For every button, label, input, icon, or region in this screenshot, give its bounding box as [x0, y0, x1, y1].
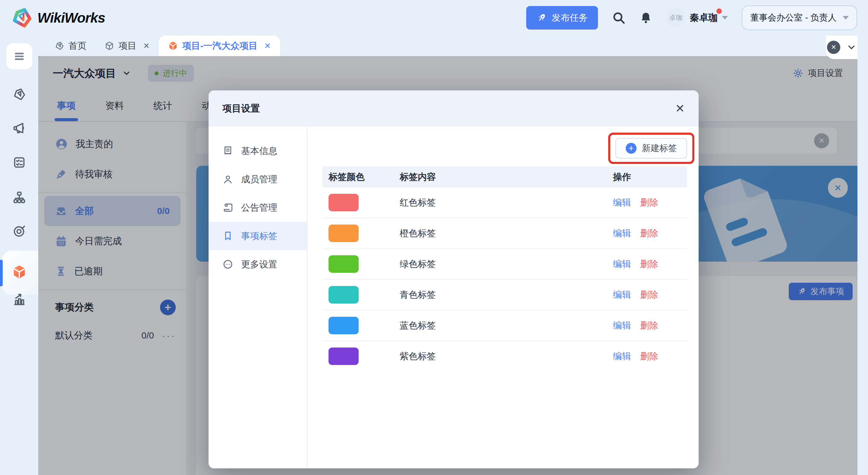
statistics-chart-icon[interactable] — [0, 293, 38, 307]
org-selector-label: 董事会办公室 - 负责人 — [750, 12, 837, 24]
tags-table: 标签颜色 标签内容 操作 红色标签 编辑删除 橙色标签 编辑删除 绿色标签 — [322, 166, 687, 371]
delete-link[interactable]: 删除 — [640, 289, 658, 301]
publish-task-button[interactable]: 发布任务 — [526, 6, 598, 30]
sidebar-item-label: 已逾期 — [74, 265, 102, 278]
delete-link[interactable]: 删除 — [640, 196, 658, 209]
close-all-tabs-icon[interactable]: ✕ — [827, 41, 840, 54]
sidebar-item-label: 今日需完成 — [75, 235, 122, 248]
modal-nav-label: 公告管理 — [241, 202, 277, 214]
member-icon — [222, 174, 233, 185]
tag-name: 绿色标签 — [400, 258, 613, 271]
delete-link[interactable]: 删除 — [640, 350, 658, 362]
modal-nav-members[interactable]: 成员管理 — [209, 165, 307, 193]
sitemap-icon[interactable] — [0, 190, 38, 204]
notification-dot — [716, 8, 722, 14]
subtab-files[interactable]: 资料 — [105, 90, 124, 121]
top-bar: WikiWorks 发布任务 — [0, 0, 868, 36]
edit-link[interactable]: 编辑 — [613, 350, 631, 362]
chevron-down-icon — [843, 16, 849, 20]
toolbar-close-icon[interactable]: ✕ — [814, 133, 829, 148]
publish-item-button[interactable]: 发布事项 — [789, 283, 852, 300]
column-header-color: 标签颜色 — [329, 171, 400, 183]
project-settings-button[interactable]: 项目设置 — [793, 67, 843, 79]
item-category-section: 事项分类 + — [38, 293, 187, 322]
sidebar-item-overdue[interactable]: 已逾期 — [38, 256, 187, 286]
calendar-icon — [55, 235, 67, 247]
checklist-icon[interactable] — [0, 156, 38, 169]
search-icon[interactable] — [612, 11, 626, 25]
tab-projects[interactable]: 项目 ✕ — [96, 36, 159, 56]
tag-name: 红色标签 — [400, 196, 613, 209]
tabs-dropdown-chevron-icon[interactable] — [846, 42, 857, 53]
edit-link[interactable]: 编辑 — [613, 227, 631, 240]
divider — [38, 192, 187, 193]
pen-nib-icon — [55, 168, 67, 180]
home-icon[interactable] — [0, 87, 38, 101]
top-bar-actions: 发布任务 卓珈 秦卓珈 — [526, 5, 857, 30]
section-title: 事项分类 — [55, 301, 94, 314]
new-tag-label: 新建标签 — [642, 142, 677, 154]
tag-color-swatch — [329, 255, 359, 273]
chevron-down-icon — [122, 69, 131, 78]
tab-strip-controls: ✕ — [826, 36, 858, 59]
bookmark-icon — [222, 230, 233, 242]
brand-logo-icon — [11, 7, 33, 29]
modal-nav-announcements[interactable]: 公告管理 — [209, 193, 307, 222]
project-header: 一汽大众项目 进行中 项目设置 — [38, 56, 858, 90]
modal-header: 项目设置 ✕ — [209, 90, 699, 127]
modal-nav-item-tags[interactable]: 事项标签 — [209, 222, 307, 250]
banner-close-icon[interactable]: ✕ — [828, 178, 848, 198]
project-title: 一汽大众项目 — [53, 66, 116, 81]
tag-color-swatch — [329, 286, 359, 304]
target-icon[interactable] — [0, 224, 38, 238]
more-options-icon[interactable]: ··· — [162, 330, 176, 342]
person-circle-icon — [55, 138, 68, 150]
tag-color-swatch — [329, 317, 359, 334]
sidebar-item-due-today[interactable]: 今日需完成 — [38, 226, 187, 256]
project-cube-icon[interactable] — [0, 264, 38, 280]
tag-name: 青色标签 — [400, 289, 613, 301]
delete-link[interactable]: 删除 — [640, 258, 658, 271]
project-title-dropdown[interactable]: 一汽大众项目 — [53, 66, 131, 81]
tab-close-icon[interactable]: ✕ — [143, 41, 150, 51]
delete-link[interactable]: 删除 — [640, 319, 658, 332]
plus-circle-icon: + — [626, 143, 637, 154]
sidebar-item-pending-review[interactable]: 待我审核 — [38, 159, 187, 189]
tab-close-icon[interactable]: ✕ — [264, 41, 271, 51]
hamburger-menu-icon[interactable] — [6, 43, 32, 69]
tab-label: 项目-一汽大众项目 — [182, 40, 258, 52]
brand-name: WikiWorks — [37, 10, 105, 26]
sidebar-item-default-category[interactable]: 默认分类 0/0 ··· — [38, 322, 187, 349]
tab-home[interactable]: 首页 — [45, 36, 96, 56]
modal-close-icon[interactable]: ✕ — [675, 103, 685, 114]
chevron-down-icon — [722, 16, 728, 20]
edit-link[interactable]: 编辑 — [613, 289, 631, 301]
avatar: 卓珈 — [666, 8, 685, 27]
items-sidebar: 我主责的 待我审核 全部 0/0 — [38, 122, 187, 475]
modal-nav-basic-info[interactable]: 基本信息 — [209, 137, 307, 165]
sidebar-item-all[interactable]: 全部 0/0 — [44, 196, 181, 226]
document-info-icon — [222, 146, 233, 156]
subtab-statistics[interactable]: 统计 — [153, 90, 172, 121]
modal-nav-label: 更多设置 — [241, 258, 277, 271]
tag-color-swatch — [329, 348, 359, 365]
table-row: 绿色标签 编辑删除 — [322, 249, 687, 280]
table-row: 橙色标签 编辑删除 — [322, 218, 687, 249]
megaphone-icon[interactable] — [0, 121, 38, 135]
subtab-items[interactable]: 事项 — [57, 90, 76, 121]
add-category-button[interactable]: + — [160, 299, 176, 315]
org-selector[interactable]: 董事会办公室 - 负责人 — [742, 5, 857, 30]
table-row: 青色标签 编辑删除 — [322, 280, 687, 311]
edit-link[interactable]: 编辑 — [613, 196, 631, 209]
edit-link[interactable]: 编辑 — [613, 319, 631, 332]
tab-project-faw-vw[interactable]: 项目-一汽大众项目 ✕ — [159, 36, 280, 56]
tag-name: 蓝色标签 — [400, 319, 613, 332]
edit-link[interactable]: 编辑 — [613, 258, 631, 271]
notifications-bell-icon[interactable] — [640, 11, 652, 24]
delete-link[interactable]: 删除 — [640, 227, 658, 240]
new-tag-button[interactable]: + 新建标签 — [615, 138, 687, 159]
user-menu[interactable]: 卓珈 秦卓珈 — [666, 8, 728, 27]
modal-nav-more-settings[interactable]: 更多设置 — [209, 250, 307, 279]
sidebar-item-my-responsible[interactable]: 我主责的 — [38, 129, 187, 159]
brand-logo[interactable]: WikiWorks — [11, 7, 105, 29]
